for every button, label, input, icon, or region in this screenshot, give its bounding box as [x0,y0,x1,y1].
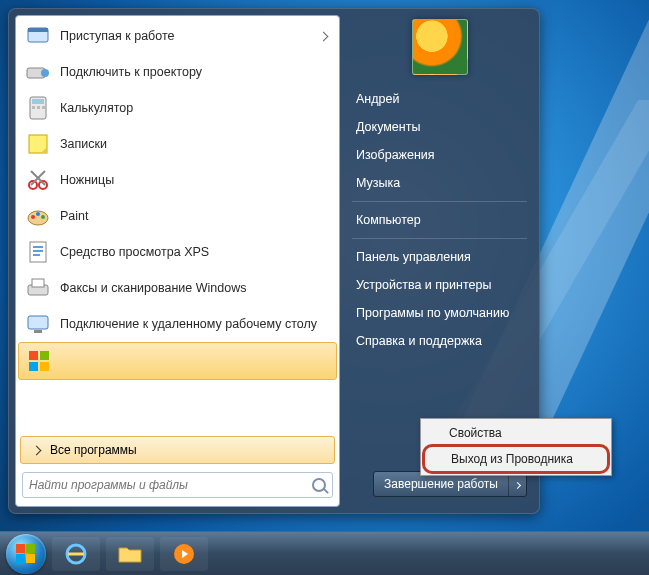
media-player-icon [172,542,196,566]
taskbar [0,531,649,575]
program-item-label: Подключить к проектору [60,65,331,80]
svg-point-13 [31,215,35,219]
program-item-xps-viewer[interactable]: Средство просмотра XPS [18,234,337,270]
program-list: Приступая к работе Подключить к проектор… [16,16,339,434]
right-pane-item-0[interactable]: Панель управления [350,243,529,271]
svg-rect-8 [42,106,45,109]
program-item-calculator[interactable]: Калькулятор [18,90,337,126]
program-item-label: Paint [60,209,331,224]
right-pane-item-3[interactable]: Справка и поддержка [350,327,529,355]
svg-rect-1 [28,28,48,32]
all-programs-button[interactable]: Все программы [20,436,335,464]
right-pane-item-2[interactable]: Музыка [350,169,529,197]
program-item-label: Записки [60,137,331,152]
chevron-right-icon [32,445,42,455]
context-menu-item-1[interactable]: Выход из Проводника [422,444,610,474]
right-pane-item-1[interactable]: Устройства и принтеры [350,271,529,299]
user-avatar[interactable] [412,19,468,75]
search-input[interactable] [29,478,312,492]
svg-rect-18 [32,279,44,287]
program-item-label: Факсы и сканирование Windows [60,281,331,296]
chevron-right-icon [319,31,329,41]
projector-icon [24,58,52,86]
separator [352,238,527,239]
search-icon [312,478,326,492]
svg-rect-19 [28,316,48,329]
chevron-right-icon [514,482,521,489]
context-menu-item-0[interactable]: Свойства [423,421,609,445]
context-menu: СвойстваВыход из Проводника [420,418,612,476]
right-pane-item-1[interactable]: Изображения [350,141,529,169]
taskbar-ie-button[interactable] [52,537,100,571]
svg-rect-22 [40,351,49,360]
svg-point-15 [41,215,45,219]
start-menu-left-pane: Приступая к работе Подключить к проектор… [15,15,340,507]
win-squares-icon [25,347,53,375]
getting-started-icon [24,22,52,50]
program-item-getting-started[interactable]: Приступая к работе [18,18,337,54]
svg-rect-6 [32,106,35,109]
right-pane-item-2[interactable]: Программы по умолчанию [350,299,529,327]
user-avatar-wrap [350,19,529,75]
program-item-sticky-notes[interactable]: Записки [18,126,337,162]
svg-point-14 [36,212,40,216]
program-item-win-squares[interactable] [18,342,337,380]
svg-rect-21 [29,351,38,360]
remote-desktop-icon [24,310,52,338]
separator [352,201,527,202]
right-pane-item-0[interactable]: Компьютер [350,206,529,234]
program-item-snipping[interactable]: Ножницы [18,162,337,198]
svg-rect-24 [40,362,49,371]
program-item-remote-desktop[interactable]: Подключение к удаленному рабочему столу [18,306,337,342]
sticky-notes-icon [24,130,52,158]
program-item-label: Подключение к удаленному рабочему столу [60,317,331,332]
right-pane-item-0[interactable]: Документы [350,113,529,141]
program-item-projector[interactable]: Подключить к проектору [18,54,337,90]
svg-point-3 [41,69,49,77]
ie-icon [64,542,88,566]
calculator-icon [24,94,52,122]
taskbar-media-player-button[interactable] [160,537,208,571]
folder-icon [118,544,142,564]
svg-rect-23 [29,362,38,371]
taskbar-explorer-button[interactable] [106,537,154,571]
paint-icon [24,202,52,230]
user-name-link[interactable]: Андрей [350,85,529,113]
svg-rect-20 [34,330,42,333]
program-item-label: Приступая к работе [60,29,320,44]
program-item-fax-scan[interactable]: Факсы и сканирование Windows [18,270,337,306]
xps-viewer-icon [24,238,52,266]
fax-scan-icon [24,274,52,302]
snipping-icon [24,166,52,194]
search-box[interactable] [22,472,333,498]
svg-rect-7 [37,106,40,109]
start-button[interactable] [6,534,46,574]
all-programs-label: Все программы [50,443,137,457]
program-item-paint[interactable]: Paint [18,198,337,234]
svg-rect-5 [32,99,44,104]
windows-logo-icon [16,544,36,564]
program-item-label: Ножницы [60,173,331,188]
program-item-label: Средство просмотра XPS [60,245,331,260]
program-item-label: Калькулятор [60,101,331,116]
